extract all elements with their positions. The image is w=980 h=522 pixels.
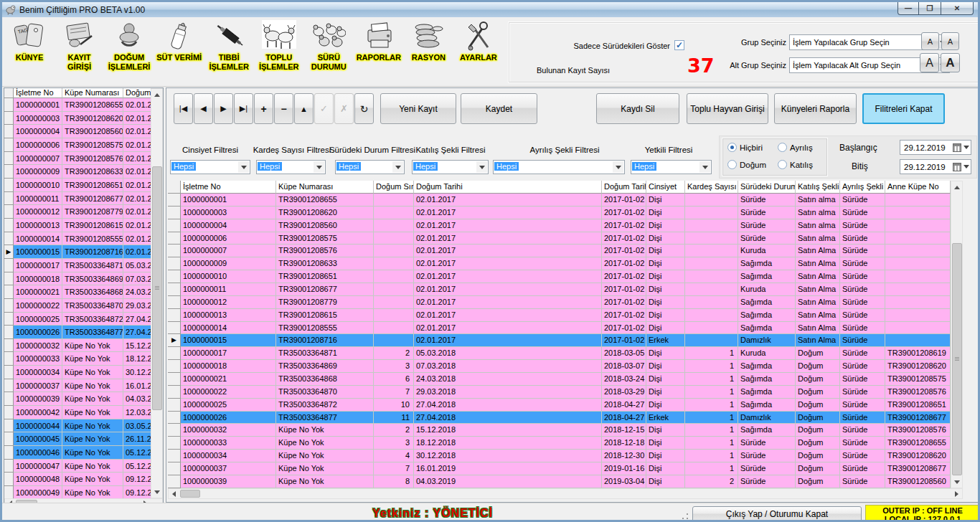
katilis-filter-combo[interactable]: Hepsi	[412, 160, 489, 174]
radio-ayrilis[interactable]: Ayrılış	[778, 143, 813, 152]
cell[interactable]: Dişi	[646, 207, 685, 219]
cinsiyet-filter-combo[interactable]: Hepsi	[170, 160, 250, 174]
cell[interactable]: TR39001208655	[276, 194, 374, 207]
cell[interactable]: 1000000015	[14, 245, 62, 259]
yetkili-filter-combo[interactable]: Hepsi	[631, 160, 712, 174]
cell[interactable]: Sürüde	[840, 360, 885, 373]
table-row[interactable]: 1000000010TR3900120865102.01.2017	[4, 179, 151, 192]
row-selector[interactable]: ▶	[168, 334, 181, 347]
cell[interactable]: 27.04.2018	[123, 313, 151, 326]
table-row[interactable]: 1000000017TR35003364871205.03.20182018-0…	[168, 347, 951, 360]
cell[interactable]: Satın Alma	[796, 245, 840, 257]
cell[interactable]: 07.03.2018	[414, 360, 602, 373]
cell[interactable]: 2018-12-18	[602, 437, 646, 450]
cell[interactable]: Doğum	[796, 450, 840, 462]
cell[interactable]: 1000000007	[181, 245, 276, 257]
toolbar-rasyon-button[interactable]: RASYON	[404, 19, 453, 85]
toolbar-raporlar-button[interactable]: RAPORLAR	[354, 19, 403, 85]
cell[interactable]: Satın Alma	[796, 334, 840, 347]
cell[interactable]: Dişi	[646, 296, 685, 309]
cell[interactable]	[374, 232, 414, 245]
table-row[interactable]: 1000000025TR350033648721027.04.20182018-…	[168, 399, 951, 412]
table-row[interactable]: 1000000017TR3500336487105.03.2018	[4, 259, 151, 272]
report-tags-button[interactable]: Künyeleri Raporla	[774, 93, 857, 124]
table-row[interactable]: 1000000009TR3900120863302.01.2017	[4, 165, 151, 179]
cell[interactable]: 16.01.2019	[123, 379, 151, 393]
cell[interactable]: Kuruda	[738, 347, 796, 360]
nav-edit-button[interactable]: ▲	[294, 93, 314, 124]
cell[interactable]: 1000000015	[181, 334, 276, 347]
cell[interactable]: 02.01.2017	[123, 138, 151, 152]
column-header[interactable]: İşletme No	[181, 181, 276, 194]
table-row[interactable]: 1000000025TR3500336487227.04.2018	[4, 313, 151, 326]
cell[interactable]: 2019-01-16	[602, 462, 646, 475]
cell[interactable]: TR39001208576	[276, 245, 374, 257]
cell[interactable]: Küpe No Yok	[276, 450, 374, 462]
row-selector[interactable]	[168, 296, 181, 309]
table-row-selected[interactable]: 1000000044Küpe No Yok03.05.20	[4, 419, 151, 433]
cell[interactable]: TR35003364868	[62, 285, 123, 299]
cell[interactable]: TR39001208677	[885, 412, 951, 424]
cell[interactable]: 1000000034	[14, 366, 62, 379]
cell[interactable]: 1000000014	[14, 232, 62, 246]
row-selector[interactable]	[168, 219, 181, 232]
table-row[interactable]: 1000000003TR3900120862002.01.20172017-01…	[168, 207, 951, 219]
cell[interactable]: 02.01.2017	[123, 205, 151, 219]
row-selector[interactable]	[4, 205, 14, 219]
toolbar-tibbi-islemler-button[interactable]: TIBBİ İŞLEMLER	[204, 19, 253, 85]
row-selector[interactable]	[4, 313, 14, 326]
cell[interactable]: 1000000006	[181, 232, 276, 245]
table-row[interactable]: 1000000007TR3900120857602.01.20172017-01…	[168, 245, 951, 257]
table-row[interactable]: 1000000011TR3900120867702.01.2017	[4, 192, 151, 206]
cell[interactable]: 02.01.2017	[123, 245, 151, 259]
row-selector[interactable]	[168, 450, 181, 462]
row-selector[interactable]	[4, 285, 14, 299]
cell[interactable]: TR39001208619	[885, 347, 951, 360]
cell[interactable]: TR39001208555	[276, 322, 374, 335]
table-row[interactable]: 1000000034Küpe No Yok30.12.2018	[4, 366, 151, 379]
cell[interactable]: 02.01.2017	[414, 207, 602, 219]
cell[interactable]: Sürüde	[840, 347, 885, 360]
table-row[interactable]: 1000000014TR3900120855502.01.2017	[4, 232, 151, 246]
table-row[interactable]: 1000000037Küpe No Yok16.01.2019	[4, 379, 151, 393]
scroll-right-icon[interactable]	[952, 490, 961, 498]
cell[interactable]: Dişi	[646, 462, 685, 475]
cell[interactable]: TR35003364872	[276, 399, 374, 412]
row-selector[interactable]	[168, 399, 181, 412]
cell[interactable]	[685, 296, 738, 309]
cell[interactable]: 2017-01-02	[602, 283, 646, 296]
cell[interactable]: Dişi	[646, 373, 685, 386]
cell[interactable]: 1000000010	[181, 270, 276, 283]
cell[interactable]: Küpe No Yok	[62, 432, 123, 446]
toolbar-sut-verimi-button[interactable]: SÜT VERİMİ	[155, 19, 204, 85]
chevron-down-icon[interactable]	[476, 161, 487, 173]
cell[interactable]: Erkek	[646, 412, 685, 424]
table-row[interactable]: 1000000003TR3900120862002.01.2017	[4, 112, 151, 125]
cell[interactable]: 02.01.2017	[123, 112, 151, 125]
scrollbar-thumb[interactable]	[952, 243, 962, 475]
cell[interactable]: 1000000018	[181, 360, 276, 373]
cell[interactable]: TR39001208620	[276, 207, 374, 219]
cell[interactable]: Sağımda	[738, 257, 796, 270]
cell[interactable]: 1000000032	[14, 339, 62, 353]
cell[interactable]: TR35003364868	[276, 373, 374, 386]
cell[interactable]: 1000000025	[14, 313, 62, 326]
cell[interactable]: Sağımda	[738, 322, 796, 335]
cell[interactable]: Sürüde	[840, 270, 885, 283]
row-selector[interactable]	[168, 386, 181, 399]
cell[interactable]: 02.01.2017	[123, 152, 151, 166]
cell[interactable]: Sürüde	[840, 232, 885, 245]
cell[interactable]	[374, 334, 414, 347]
cell[interactable]: Dişi	[646, 360, 685, 373]
font-size-small-button-1[interactable]: A	[921, 32, 939, 50]
cell[interactable]: TR39001208620	[62, 112, 123, 125]
table-row[interactable]: 1000000021TR3500336486824.03.2018	[4, 285, 151, 299]
nav-insert-button[interactable]: +	[254, 93, 273, 124]
table-row[interactable]: 1000000021TR35003364868624.03.20182018-0…	[168, 373, 951, 386]
cell[interactable]	[885, 309, 951, 322]
cell[interactable]: Damızlık	[738, 334, 796, 347]
cell[interactable]	[885, 257, 951, 270]
cell[interactable]: TR39001208651	[62, 179, 123, 192]
cell[interactable]: Satın Alma	[796, 257, 840, 270]
ayrilis-filter-combo[interactable]: Hepsi	[493, 160, 625, 174]
